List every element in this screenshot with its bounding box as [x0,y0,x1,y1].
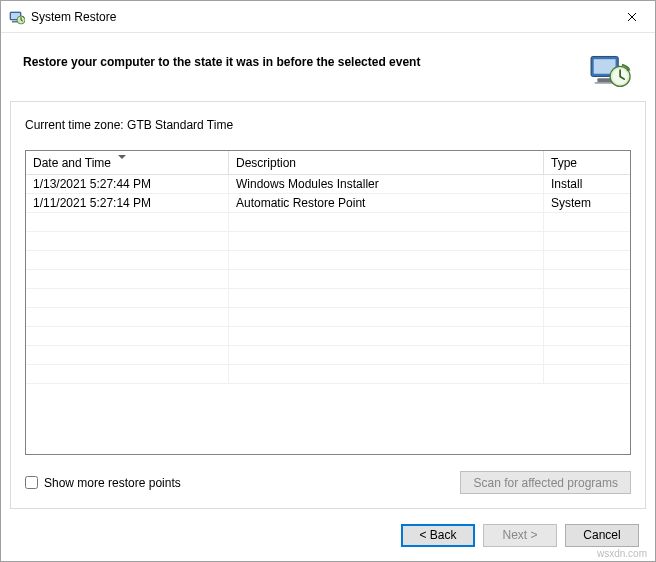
cell-date [26,308,229,326]
wizard-footer: < Back Next > Cancel [1,509,655,561]
content-panel: Current time zone: GTB Standard Time Dat… [10,101,646,509]
system-restore-icon [9,9,25,25]
cell-description [229,365,544,383]
cell-description [229,289,544,307]
cancel-button[interactable]: Cancel [565,524,639,547]
cell-date [26,251,229,269]
cell-description [229,251,544,269]
scan-affected-programs-button[interactable]: Scan for affected programs [460,471,631,494]
show-more-checkbox-input[interactable] [25,476,38,489]
table-footer-row: Show more restore points Scan for affect… [25,471,631,494]
cell-date [26,327,229,345]
cell-type: Install [544,175,630,193]
table-row[interactable]: 1/13/2021 5:27:44 PMWindows Modules Inst… [26,175,630,194]
cell-date: 1/13/2021 5:27:44 PM [26,175,229,193]
restore-points-table[interactable]: Date and Time Description Type 1/13/2021… [25,150,631,455]
table-row [26,327,630,346]
cell-date [26,365,229,383]
cell-type [544,251,630,269]
cell-date [26,213,229,231]
cell-description: Automatic Restore Point [229,194,544,212]
titlebar: System Restore [1,1,655,33]
cell-type: System [544,194,630,212]
table-row[interactable]: 1/11/2021 5:27:14 PMAutomatic Restore Po… [26,194,630,213]
close-button[interactable] [609,1,655,32]
cell-type [544,289,630,307]
cell-description [229,232,544,250]
cell-type [544,346,630,364]
table-body: 1/13/2021 5:27:44 PMWindows Modules Inst… [26,175,630,384]
column-header-date[interactable]: Date and Time [26,151,229,174]
table-row [26,270,630,289]
table-row [26,251,630,270]
timezone-label: Current time zone: GTB Standard Time [25,118,631,132]
cell-description: Windows Modules Installer [229,175,544,193]
back-button[interactable]: < Back [401,524,475,547]
page-heading: Restore your computer to the state it wa… [23,51,579,69]
wizard-header: Restore your computer to the state it wa… [1,33,655,101]
cell-type [544,232,630,250]
cell-type [544,270,630,288]
table-row [26,289,630,308]
show-more-label: Show more restore points [44,476,181,490]
cell-description [229,346,544,364]
cell-description [229,327,544,345]
cell-date [26,346,229,364]
cell-type [544,365,630,383]
show-more-restore-points-checkbox[interactable]: Show more restore points [25,476,181,490]
cell-description [229,270,544,288]
cell-date: 1/11/2021 5:27:14 PM [26,194,229,212]
cell-date [26,270,229,288]
table-row [26,308,630,327]
table-row [26,365,630,384]
table-header: Date and Time Description Type [26,151,630,175]
table-row [26,346,630,365]
system-restore-window: System Restore Restore your computer to … [0,0,656,562]
table-row [26,232,630,251]
cell-date [26,289,229,307]
cell-description [229,213,544,231]
table-row [26,213,630,232]
next-button[interactable]: Next > [483,524,557,547]
cell-description [229,308,544,326]
cell-date [26,232,229,250]
cell-type [544,213,630,231]
column-header-type[interactable]: Type [544,151,630,174]
column-header-description[interactable]: Description [229,151,544,174]
cell-type [544,327,630,345]
restore-monitor-clock-icon [589,51,633,91]
cell-type [544,308,630,326]
window-title: System Restore [31,10,609,24]
